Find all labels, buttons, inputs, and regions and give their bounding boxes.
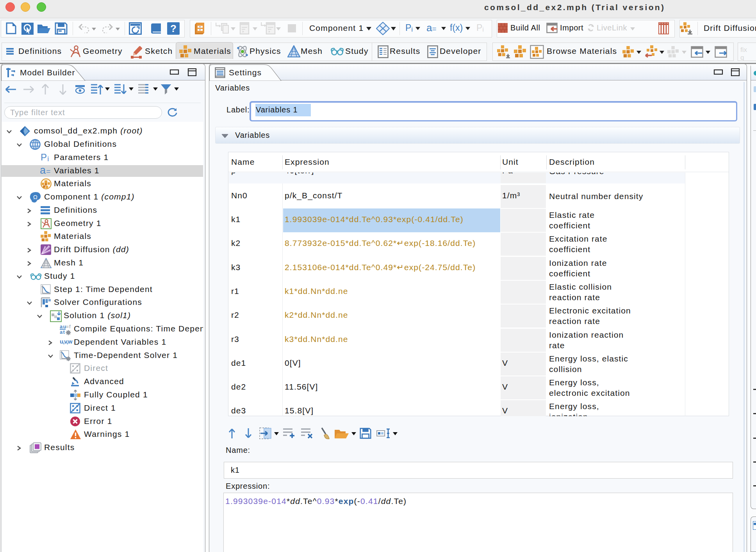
svg-text:=f: =f: [66, 324, 71, 329]
svg-text:au: au: [60, 324, 67, 329]
svg-text:Ω: Ω: [33, 194, 38, 200]
svg-text:at: at: [60, 329, 65, 335]
svg-text:?: ?: [170, 23, 177, 34]
